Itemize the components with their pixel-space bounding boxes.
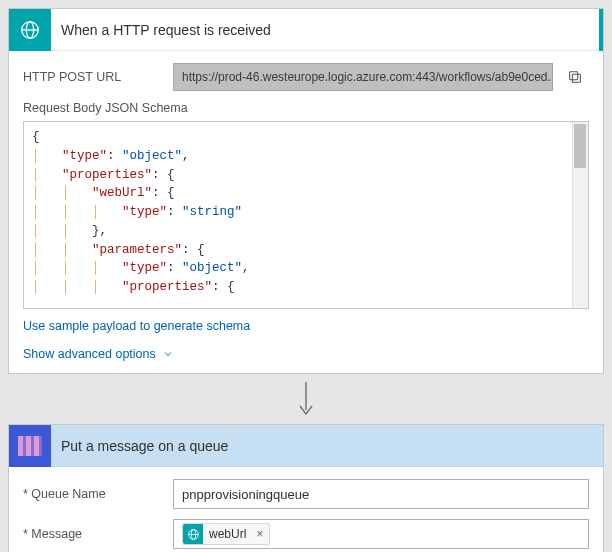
scrollbar-track[interactable] <box>572 122 588 308</box>
globe-icon <box>183 524 203 544</box>
use-sample-payload-label: Use sample payload to generate schema <box>23 319 250 333</box>
dynamic-content-token[interactable]: webUrl × <box>182 523 270 545</box>
queue-name-input[interactable]: pnpprovisioningqueue <box>173 479 589 509</box>
action-card: Put a message on a queue Queue Name pnpp… <box>8 424 604 552</box>
chevron-down-icon <box>162 348 174 360</box>
http-post-url-label: HTTP POST URL <box>23 70 173 84</box>
connector-arrow <box>8 374 604 424</box>
trigger-card: When a HTTP request is received HTTP POS… <box>8 8 604 374</box>
message-input[interactable]: webUrl × <box>173 519 589 549</box>
schema-editor[interactable]: {│ "type": "object",│ "properties": {│ │… <box>23 121 589 309</box>
schema-label: Request Body JSON Schema <box>23 101 589 115</box>
http-post-url-field[interactable]: https://prod-46.westeurope.logic.azure.c… <box>173 63 553 91</box>
action-header[interactable]: Put a message on a queue <box>9 425 603 467</box>
queue-name-label: Queue Name <box>23 487 173 501</box>
copy-url-button[interactable] <box>561 63 589 91</box>
token-label: webUrl <box>209 527 246 541</box>
queue-name-value: pnpprovisioningqueue <box>182 487 309 502</box>
trigger-header[interactable]: When a HTTP request is received <box>9 9 603 51</box>
use-sample-payload-link[interactable]: Use sample payload to generate schema <box>23 319 250 333</box>
svg-rect-3 <box>572 74 580 82</box>
show-advanced-options-label: Show advanced options <box>23 347 156 361</box>
svg-rect-4 <box>570 72 578 80</box>
scrollbar-thumb[interactable] <box>574 124 586 168</box>
message-label: Message <box>23 527 173 541</box>
remove-token-button[interactable]: × <box>252 527 263 541</box>
show-advanced-options-link[interactable]: Show advanced options <box>23 347 174 361</box>
queue-icon <box>9 425 51 467</box>
action-title: Put a message on a queue <box>51 438 228 454</box>
trigger-title: When a HTTP request is received <box>51 22 271 38</box>
http-request-icon <box>9 9 51 51</box>
